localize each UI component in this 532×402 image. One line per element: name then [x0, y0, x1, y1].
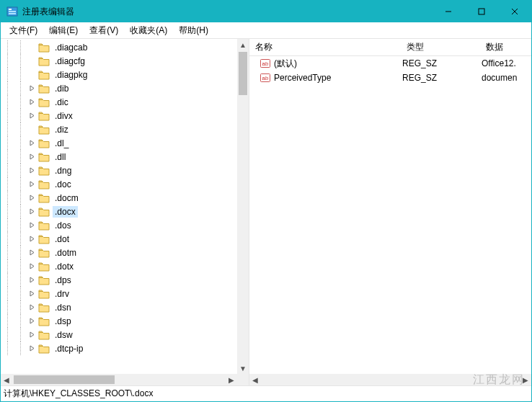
- tree-indent: [14, 150, 27, 164]
- tree-indent: [14, 287, 27, 300]
- scroll-right-icon[interactable]: ▶: [520, 374, 531, 385]
- tree-item-label: .docm: [53, 192, 81, 204]
- chevron-right-icon[interactable]: [27, 234, 37, 244]
- chevron-right-icon[interactable]: [27, 97, 37, 107]
- scroll-right-icon[interactable]: ▶: [226, 374, 237, 385]
- folder-icon: [38, 125, 50, 135]
- tree-indent: [1, 287, 14, 300]
- value-row[interactable]: ab(默认)REG_SZOffice12.: [249, 56, 531, 71]
- chevron-right-icon[interactable]: [27, 220, 37, 231]
- tree-item[interactable]: .dps: [1, 273, 237, 287]
- tree-indent: [1, 232, 14, 246]
- tree-item[interactable]: .drv: [1, 287, 237, 300]
- tree-item[interactable]: .dic: [1, 95, 237, 109]
- tree-indent: [1, 95, 14, 109]
- scroll-thumb[interactable]: [14, 375, 115, 384]
- scroll-down-icon[interactable]: ▼: [237, 362, 249, 374]
- value-data: Office12.: [476, 58, 531, 68]
- tree-item[interactable]: .dtcp-ip: [1, 341, 237, 355]
- tree-indent: [14, 218, 27, 232]
- chevron-right-icon[interactable]: [27, 152, 37, 162]
- menu-help[interactable]: 帮助(H): [173, 23, 214, 38]
- column-header-data[interactable]: 数据: [480, 41, 531, 53]
- tree-vertical-scrollbar[interactable]: ▲ ▼: [237, 39, 249, 374]
- tree-item[interactable]: .docm: [1, 191, 237, 205]
- tree-item[interactable]: .dot: [1, 232, 237, 246]
- folder-icon: [38, 275, 50, 285]
- tree-item[interactable]: .diagcfg: [1, 54, 237, 68]
- regedit-icon: [6, 6, 18, 17]
- close-button[interactable]: [498, 1, 531, 22]
- menu-view[interactable]: 查看(V): [84, 23, 124, 38]
- tree-item-label: .docx: [53, 206, 78, 218]
- column-header-name[interactable]: 名称: [249, 41, 401, 53]
- statusbar: 计算机\HKEY_CLASSES_ROOT\.docx: [1, 385, 531, 401]
- tree-item[interactable]: .doc: [1, 177, 237, 191]
- tree-indent: [1, 177, 14, 191]
- svg-rect-5: [479, 9, 484, 14]
- tree-indent: [14, 81, 27, 95]
- tree-item[interactable]: .dotm: [1, 246, 237, 259]
- body-area: .diagcab.diagcfg.diagpkg.dib.dic.divx.di…: [1, 38, 531, 385]
- tree-item[interactable]: .dsn: [1, 300, 237, 314]
- chevron-right-icon[interactable]: [27, 275, 37, 285]
- tree-indent: [14, 68, 27, 81]
- scroll-left-icon[interactable]: ◀: [1, 374, 12, 385]
- tree-item[interactable]: .docx: [1, 205, 237, 218]
- chevron-right-icon[interactable]: [27, 138, 37, 148]
- value-row[interactable]: abPerceivedTypeREG_SZdocumen: [249, 71, 531, 85]
- chevron-right-icon[interactable]: [27, 193, 37, 203]
- chevron-right-icon[interactable]: [27, 84, 37, 94]
- tree-item[interactable]: .diagcab: [1, 40, 237, 54]
- chevron-right-icon[interactable]: [27, 303, 37, 313]
- menu-file[interactable]: 文件(F): [4, 23, 43, 38]
- values-list[interactable]: ab(默认)REG_SZOffice12.abPerceivedTypeREG_…: [249, 56, 531, 385]
- tree-item[interactable]: .dl_: [1, 136, 237, 150]
- tree-item[interactable]: .dsw: [1, 328, 237, 341]
- folder-icon: [38, 152, 50, 162]
- svg-rect-1: [9, 9, 12, 10]
- values-horizontal-scrollbar[interactable]: ◀ ▶: [249, 374, 531, 385]
- registry-tree[interactable]: .diagcab.diagcfg.diagpkg.dib.dic.divx.di…: [1, 39, 237, 355]
- titlebar[interactable]: 注册表编辑器: [1, 1, 531, 22]
- menu-favorites[interactable]: 收藏夹(A): [124, 23, 173, 38]
- chevron-right-icon[interactable]: [27, 289, 37, 299]
- tree-item[interactable]: .dos: [1, 218, 237, 232]
- chevron-right-icon[interactable]: [27, 344, 37, 354]
- column-header-type[interactable]: 类型: [401, 41, 480, 53]
- tree-scroll[interactable]: .diagcab.diagcfg.diagpkg.dib.dic.divx.di…: [1, 39, 237, 374]
- tree-horizontal-scrollbar[interactable]: ◀ ▶: [1, 374, 237, 385]
- tree-item[interactable]: .dng: [1, 164, 237, 177]
- tree-item[interactable]: .dsp: [1, 314, 237, 328]
- chevron-right-icon[interactable]: [27, 166, 37, 176]
- tree-item[interactable]: .divx: [1, 109, 237, 122]
- values-header: 名称 类型 数据: [249, 39, 531, 56]
- chevron-right-icon[interactable]: [27, 207, 37, 217]
- tree-item[interactable]: .dib: [1, 81, 237, 95]
- tree-item[interactable]: .diagpkg: [1, 68, 237, 81]
- scroll-up-icon[interactable]: ▲: [237, 39, 249, 50]
- tree-indent: [14, 273, 27, 287]
- scroll-thumb[interactable]: [239, 52, 247, 95]
- tree-indent: [14, 341, 27, 355]
- tree-item[interactable]: .dotx: [1, 259, 237, 273]
- chevron-right-icon[interactable]: [27, 262, 37, 272]
- chevron-right-icon[interactable]: [27, 316, 37, 326]
- chevron-right-icon[interactable]: [27, 248, 37, 258]
- chevron-right-icon[interactable]: [27, 330, 37, 340]
- tree-indent: [1, 40, 14, 54]
- tree-indent: [1, 54, 14, 68]
- chevron-right-icon[interactable]: [27, 179, 37, 189]
- value-data: documen: [476, 73, 531, 83]
- scroll-left-icon[interactable]: ◀: [249, 374, 261, 385]
- tree-item[interactable]: .diz: [1, 122, 237, 136]
- minimize-button[interactable]: [432, 1, 465, 22]
- tree-item-label: .diz: [53, 124, 71, 135]
- tree-item[interactable]: .dll: [1, 150, 237, 164]
- maximize-button[interactable]: [465, 1, 498, 22]
- svg-rect-2: [9, 11, 16, 12]
- menu-edit[interactable]: 编辑(E): [43, 23, 84, 38]
- window-controls: [432, 1, 531, 22]
- chevron-right-icon[interactable]: [27, 111, 37, 121]
- tree-indent: [1, 205, 14, 218]
